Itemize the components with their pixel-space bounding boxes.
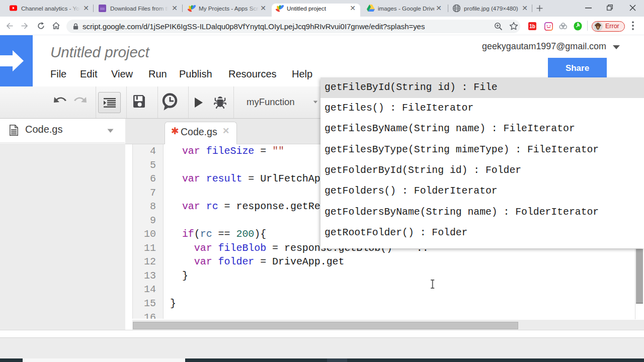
svg-text:1b: 1b xyxy=(529,24,535,29)
